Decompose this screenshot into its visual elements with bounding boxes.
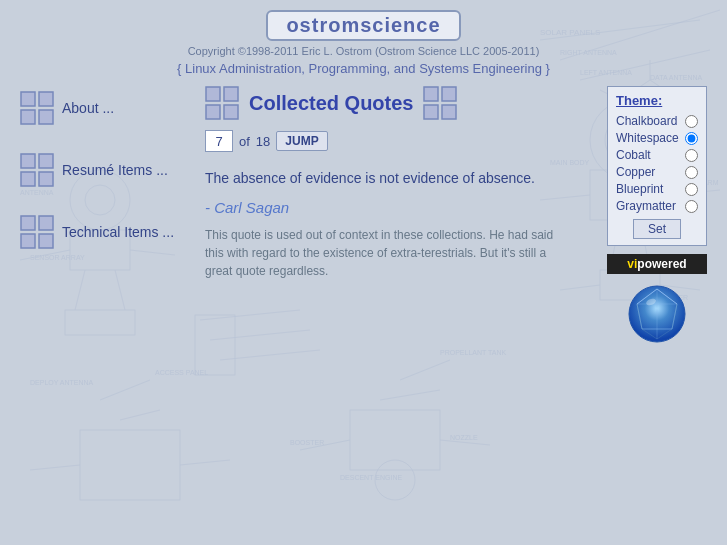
svg-rect-74 <box>442 105 456 119</box>
theme-option-chalkboard[interactable]: Chalkboard <box>616 114 698 128</box>
total-pages: 18 <box>256 134 270 149</box>
quote-text: The absence of evidence is not evidence … <box>205 168 597 189</box>
header: ostromscience Copyright ©1998-2011 Eric … <box>0 0 727 76</box>
jump-button[interactable]: JUMP <box>276 131 327 151</box>
blueprint-label: Blueprint <box>616 182 663 196</box>
svg-rect-55 <box>21 92 35 106</box>
copyright-text: Copyright ©1998-2011 Eric L. Ostrom (Ost… <box>0 45 727 57</box>
pagination: of 18 JUMP <box>205 130 597 152</box>
theme-option-whitespace[interactable]: Whitespace <box>616 131 698 145</box>
quotes-right-icon <box>423 86 457 120</box>
tagline: { Linux Administration, Programming, and… <box>0 61 727 76</box>
svg-rect-59 <box>21 154 35 168</box>
quotes-header: Collected Quotes <box>205 86 597 120</box>
svg-rect-64 <box>39 216 53 230</box>
set-button[interactable]: Set <box>633 219 681 239</box>
of-label: of <box>239 134 250 149</box>
copper-radio[interactable] <box>685 166 698 179</box>
svg-rect-63 <box>21 216 35 230</box>
vi-text: vipowered <box>627 257 686 271</box>
theme-option-blueprint[interactable]: Blueprint <box>616 182 698 196</box>
whitespace-label: Whitespace <box>616 131 679 145</box>
page-input[interactable] <box>205 130 233 152</box>
vi-yellow: vi <box>627 257 637 271</box>
svg-rect-58 <box>39 110 53 124</box>
svg-rect-68 <box>224 87 238 101</box>
resume-label: Resumé Items ... <box>62 162 168 178</box>
theme-title: Theme: <box>616 93 698 108</box>
copper-label: Copper <box>616 165 655 179</box>
svg-rect-73 <box>424 105 438 119</box>
svg-rect-65 <box>21 234 35 248</box>
nav-about[interactable]: About ... <box>20 91 195 125</box>
technical-label: Technical Items ... <box>62 224 174 240</box>
left-nav: About ... Resumé Items ... Tec <box>20 86 195 344</box>
theme-option-graymatter[interactable]: Graymatter <box>616 199 698 213</box>
about-label: About ... <box>62 100 114 116</box>
svg-rect-60 <box>39 154 53 168</box>
theme-option-cobalt[interactable]: Cobalt <box>616 148 698 162</box>
svg-rect-62 <box>39 172 53 186</box>
svg-rect-61 <box>21 172 35 186</box>
logo[interactable]: ostromscience <box>266 10 460 41</box>
svg-rect-66 <box>39 234 53 248</box>
svg-rect-72 <box>442 87 456 101</box>
cobalt-label: Cobalt <box>616 148 651 162</box>
right-sidebar: Theme: Chalkboard Whitespace Cobalt Copp… <box>607 86 707 344</box>
graymatter-label: Graymatter <box>616 199 676 213</box>
vi-white: powered <box>637 257 686 271</box>
svg-rect-57 <box>21 110 35 124</box>
svg-rect-67 <box>206 87 220 101</box>
svg-rect-70 <box>224 105 238 119</box>
vi-badge: vipowered <box>607 254 707 274</box>
svg-rect-56 <box>39 92 53 106</box>
blueprint-radio[interactable] <box>685 183 698 196</box>
quotes-title: Collected Quotes <box>249 92 413 115</box>
center-content: Collected Quotes of 18 JUMP The absence … <box>195 86 607 344</box>
svg-rect-69 <box>206 105 220 119</box>
nav-technical[interactable]: Technical Items ... <box>20 215 195 249</box>
whitespace-radio[interactable] <box>685 132 698 145</box>
about-icon <box>20 91 54 125</box>
chalkboard-radio[interactable] <box>685 115 698 128</box>
resume-icon <box>20 153 54 187</box>
theme-section: Theme: Chalkboard Whitespace Cobalt Copp… <box>607 86 707 246</box>
quote-note: This quote is used out of context in the… <box>205 226 565 280</box>
nav-resume[interactable]: Resumé Items ... <box>20 153 195 187</box>
quote-author: - Carl Sagan <box>205 199 597 216</box>
chalkboard-label: Chalkboard <box>616 114 677 128</box>
theme-option-copper[interactable]: Copper <box>616 165 698 179</box>
cobalt-radio[interactable] <box>685 149 698 162</box>
technical-icon <box>20 215 54 249</box>
quotes-left-icon <box>205 86 239 120</box>
svg-rect-71 <box>424 87 438 101</box>
gem-icon <box>627 284 687 344</box>
graymatter-radio[interactable] <box>685 200 698 213</box>
